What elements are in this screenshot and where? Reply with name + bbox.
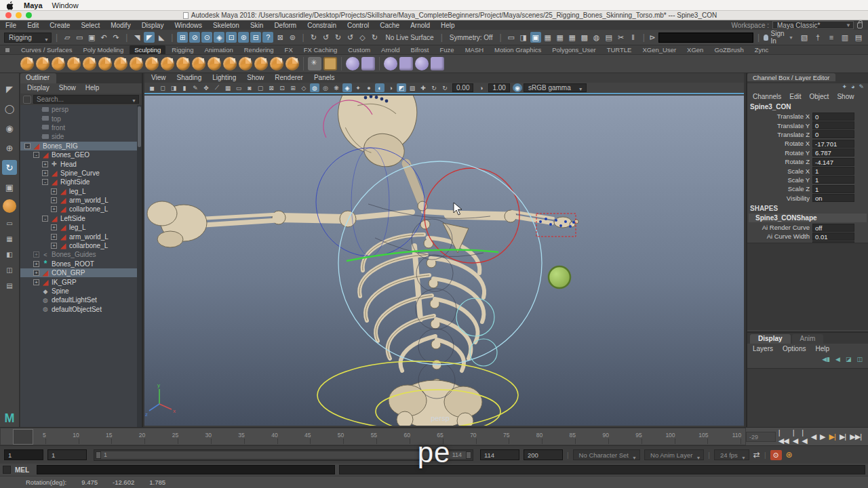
step-back-frame-button[interactable]: |◀ <box>793 428 797 445</box>
output-connections-icon[interactable]: ↺ <box>321 32 332 43</box>
animation-end-field[interactable]: 200 <box>524 449 563 460</box>
outliner-item-bones-rig[interactable]: -◢Bones_RIG <box>20 142 142 150</box>
freeze-tool-icon[interactable] <box>285 57 299 70</box>
smear-tool-icon[interactable] <box>239 57 252 70</box>
channel-value-field[interactable]: 0 <box>812 121 854 129</box>
outliner-tab[interactable]: Outliner <box>20 73 56 83</box>
shelf-tab-animation[interactable]: Animation <box>199 45 237 54</box>
tool-settings-icon[interactable]: ▥ <box>840 32 850 43</box>
outliner-item-arm-world-l[interactable]: +◢arm_world_L <box>20 232 142 241</box>
symmetry-status[interactable]: Symmetry: Off <box>450 34 493 41</box>
tree-expander-icon[interactable]: + <box>51 197 57 203</box>
scrape-tool-icon[interactable] <box>192 57 205 70</box>
color-managed-icon[interactable]: ◉ <box>513 83 522 92</box>
channel-name[interactable]: Translate X <box>747 113 812 120</box>
menu-help[interactable]: Help <box>441 22 455 29</box>
tree-expander-icon[interactable]: + <box>51 234 57 240</box>
field-chart-icon[interactable]: ⊠ <box>267 83 276 92</box>
workspace-dropdown[interactable]: Maya Classic*▼ <box>772 21 854 29</box>
isolate-select-icon[interactable]: ◩ <box>397 83 406 92</box>
launch-arnold-icon[interactable]: ✂ <box>616 32 627 43</box>
viewport-menu-show[interactable]: Show <box>247 74 264 83</box>
shelf-tab-arnold[interactable]: Arnold <box>376 45 404 54</box>
playback-end-field[interactable]: 114 <box>480 449 519 460</box>
animation-start-field[interactable]: 1 <box>4 449 43 460</box>
channel-name[interactable]: Scale Y <box>747 176 812 184</box>
channel-name[interactable]: Scale X <box>747 167 812 175</box>
outliner-item-spine-curve[interactable]: +◢Spine_Curve <box>20 169 142 178</box>
go-to-start-button[interactable]: |◀◀ <box>778 428 789 445</box>
channel-box-menu-show[interactable]: Show <box>837 93 854 102</box>
timeline-tick[interactable]: 100 <box>642 428 675 445</box>
outliner-item-front[interactable]: front <box>20 123 142 132</box>
anim-layer-dropdown[interactable]: No Anim Layer▼ <box>644 449 704 460</box>
outliner-item-ik-grp[interactable]: +◢IK_GRP <box>20 277 142 286</box>
gamma-field[interactable]: 1.00 <box>488 83 509 92</box>
shelf-tab-sculpting[interactable]: Sculpting <box>130 45 165 54</box>
sign-in-control[interactable]: Sign In▼ <box>764 30 793 45</box>
shelf-tab-turtle[interactable]: TURTLE <box>602 45 637 54</box>
step-forward-key-button[interactable]: ▶| <box>829 432 835 441</box>
viewport-menu-renderer[interactable]: Renderer <box>275 74 303 83</box>
humanik-icon[interactable]: † <box>812 32 823 43</box>
exposure-icon[interactable]: ↻ <box>429 83 439 92</box>
fill-tool-icon[interactable] <box>208 57 221 70</box>
outliner-menu-display[interactable]: Display <box>27 84 50 94</box>
shape-node-name[interactable]: Spine3_CONShape <box>749 214 867 222</box>
tree-expander-icon[interactable]: - <box>42 179 48 185</box>
depth-of-field-icon[interactable]: ◑ <box>386 83 395 92</box>
grab-tool-icon[interactable] <box>67 57 81 70</box>
sculpt-objects-tool[interactable] <box>3 199 16 213</box>
render-frame-icon[interactable]: ▦ <box>555 32 566 43</box>
new-empty-layer-icon[interactable]: ◀▮ <box>822 356 830 363</box>
menu-edit[interactable]: Edit <box>27 22 39 29</box>
sculpt-ref-icon[interactable] <box>346 57 359 70</box>
view-transform-dropdown[interactable]: sRGB gamma▼ <box>524 83 587 92</box>
hypershade-icon[interactable]: ◍ <box>591 32 602 43</box>
outliner-item-defaultlightset[interactable]: ◍defaultLightSet <box>20 296 142 304</box>
timeline-tick[interactable]: 25 <box>145 428 178 445</box>
menu-display[interactable]: Display <box>142 22 164 29</box>
timeline-tick[interactable]: 40 <box>245 428 278 445</box>
highlight-selection-icon[interactable]: ⊚ <box>287 32 298 43</box>
tree-expander-icon[interactable]: + <box>51 243 57 249</box>
playback-start-field[interactable]: 1 <box>47 449 87 460</box>
zoom-window-button[interactable] <box>26 12 32 18</box>
timeline-tick[interactable]: 5 <box>13 428 46 445</box>
use-all-lights-icon[interactable]: ❋ <box>332 83 341 92</box>
channel-box-menu-object[interactable]: Object <box>810 93 829 102</box>
two-pane-side-layout[interactable]: ◫ <box>3 264 16 275</box>
render-view-icon[interactable]: ▭ <box>506 32 517 43</box>
viewport-canvas[interactable]: y x z persp <box>144 96 744 427</box>
select-object-icon[interactable]: ◤ <box>144 32 155 43</box>
channel-value-field[interactable]: 1 <box>812 185 854 193</box>
channel-name[interactable]: Scale Z <box>747 185 812 192</box>
select-component-icon[interactable]: ◣ <box>156 32 167 43</box>
shelf-tab-rigging[interactable]: Rigging <box>167 45 198 54</box>
render-current-frame-icon[interactable]: ◨ <box>518 32 529 43</box>
channel-name[interactable]: Rotate Z <box>747 158 812 165</box>
menu-set-dropdown[interactable]: Rigging▼ <box>4 33 52 43</box>
auto-keyframe-icon[interactable]: ⊙ <box>770 450 782 460</box>
channel-value-field[interactable]: 1 <box>812 167 854 175</box>
timeline-tick[interactable]: 110 <box>708 428 741 445</box>
outliner-item-leftside[interactable]: -◢LeftSide <box>20 214 142 223</box>
timeline-tick[interactable]: 80 <box>509 428 542 445</box>
channel-value-field[interactable]: -17.701 <box>812 140 854 148</box>
textured-icon[interactable]: ◎ <box>321 83 330 92</box>
redo-icon[interactable]: ↷ <box>111 32 121 43</box>
motion-blur-icon[interactable]: ● <box>364 83 374 92</box>
command-line-input[interactable] <box>37 465 335 474</box>
menu-create[interactable]: Create <box>50 22 70 29</box>
minimize-window-button[interactable] <box>16 12 22 18</box>
timeline-tick[interactable]: 85 <box>542 428 576 445</box>
camera-attributes-icon[interactable]: ◨ <box>169 83 178 92</box>
timeline-tick[interactable]: 65 <box>410 428 443 445</box>
menu-arnold[interactable]: Arnold <box>410 22 430 29</box>
outliner-search-input[interactable]: Search...▼ <box>33 95 139 104</box>
shelf-tab-bifrost[interactable]: Bifrost <box>406 45 434 54</box>
snap-grid-icon[interactable]: ⊞ <box>177 32 188 43</box>
shelf-options-icon[interactable] <box>5 48 9 52</box>
foamy-tool-icon[interactable] <box>114 57 127 70</box>
relax-tool-icon[interactable] <box>52 57 65 70</box>
